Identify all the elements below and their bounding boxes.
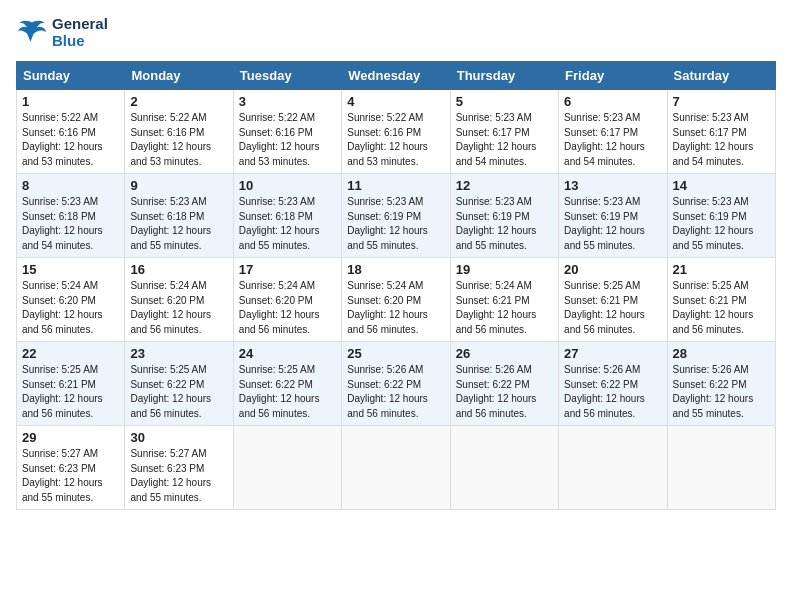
calendar-cell <box>667 426 775 510</box>
calendar-cell: 26Sunrise: 5:26 AMSunset: 6:22 PMDayligh… <box>450 342 558 426</box>
day-info: Sunrise: 5:23 AMSunset: 6:17 PMDaylight:… <box>456 111 553 169</box>
day-number: 22 <box>22 346 119 361</box>
day-info: Sunrise: 5:26 AMSunset: 6:22 PMDaylight:… <box>564 363 661 421</box>
calendar-cell <box>559 426 667 510</box>
day-number: 23 <box>130 346 227 361</box>
day-info: Sunrise: 5:26 AMSunset: 6:22 PMDaylight:… <box>456 363 553 421</box>
day-info: Sunrise: 5:25 AMSunset: 6:21 PMDaylight:… <box>22 363 119 421</box>
day-info: Sunrise: 5:26 AMSunset: 6:22 PMDaylight:… <box>347 363 444 421</box>
day-info: Sunrise: 5:23 AMSunset: 6:19 PMDaylight:… <box>673 195 770 253</box>
calendar-cell <box>233 426 341 510</box>
day-number: 1 <box>22 94 119 109</box>
day-number: 16 <box>130 262 227 277</box>
calendar-week-4: 22Sunrise: 5:25 AMSunset: 6:21 PMDayligh… <box>17 342 776 426</box>
logo: General Blue <box>16 16 108 49</box>
day-number: 28 <box>673 346 770 361</box>
calendar-cell: 10Sunrise: 5:23 AMSunset: 6:18 PMDayligh… <box>233 174 341 258</box>
day-number: 6 <box>564 94 661 109</box>
day-number: 8 <box>22 178 119 193</box>
col-header-saturday: Saturday <box>667 62 775 90</box>
day-info: Sunrise: 5:25 AMSunset: 6:21 PMDaylight:… <box>564 279 661 337</box>
day-number: 3 <box>239 94 336 109</box>
calendar-cell: 18Sunrise: 5:24 AMSunset: 6:20 PMDayligh… <box>342 258 450 342</box>
calendar-cell <box>342 426 450 510</box>
col-header-wednesday: Wednesday <box>342 62 450 90</box>
calendar-cell: 22Sunrise: 5:25 AMSunset: 6:21 PMDayligh… <box>17 342 125 426</box>
logo-icon <box>16 19 48 47</box>
day-info: Sunrise: 5:22 AMSunset: 6:16 PMDaylight:… <box>347 111 444 169</box>
day-info: Sunrise: 5:24 AMSunset: 6:20 PMDaylight:… <box>22 279 119 337</box>
day-number: 15 <box>22 262 119 277</box>
day-info: Sunrise: 5:23 AMSunset: 6:17 PMDaylight:… <box>564 111 661 169</box>
day-number: 7 <box>673 94 770 109</box>
day-info: Sunrise: 5:24 AMSunset: 6:21 PMDaylight:… <box>456 279 553 337</box>
day-info: Sunrise: 5:23 AMSunset: 6:19 PMDaylight:… <box>456 195 553 253</box>
calendar-cell: 21Sunrise: 5:25 AMSunset: 6:21 PMDayligh… <box>667 258 775 342</box>
day-number: 19 <box>456 262 553 277</box>
day-number: 5 <box>456 94 553 109</box>
day-number: 30 <box>130 430 227 445</box>
day-info: Sunrise: 5:24 AMSunset: 6:20 PMDaylight:… <box>130 279 227 337</box>
calendar-table: SundayMondayTuesdayWednesdayThursdayFrid… <box>16 61 776 510</box>
day-number: 2 <box>130 94 227 109</box>
calendar-week-5: 29Sunrise: 5:27 AMSunset: 6:23 PMDayligh… <box>17 426 776 510</box>
calendar-cell: 11Sunrise: 5:23 AMSunset: 6:19 PMDayligh… <box>342 174 450 258</box>
page-header: General Blue <box>16 16 776 49</box>
day-info: Sunrise: 5:25 AMSunset: 6:22 PMDaylight:… <box>130 363 227 421</box>
col-header-friday: Friday <box>559 62 667 90</box>
col-header-sunday: Sunday <box>17 62 125 90</box>
day-number: 26 <box>456 346 553 361</box>
calendar-cell: 29Sunrise: 5:27 AMSunset: 6:23 PMDayligh… <box>17 426 125 510</box>
calendar-cell: 16Sunrise: 5:24 AMSunset: 6:20 PMDayligh… <box>125 258 233 342</box>
day-number: 25 <box>347 346 444 361</box>
calendar-cell: 7Sunrise: 5:23 AMSunset: 6:17 PMDaylight… <box>667 90 775 174</box>
day-number: 14 <box>673 178 770 193</box>
day-info: Sunrise: 5:24 AMSunset: 6:20 PMDaylight:… <box>347 279 444 337</box>
day-number: 29 <box>22 430 119 445</box>
day-info: Sunrise: 5:23 AMSunset: 6:18 PMDaylight:… <box>22 195 119 253</box>
col-header-tuesday: Tuesday <box>233 62 341 90</box>
calendar-cell <box>450 426 558 510</box>
calendar-cell: 1Sunrise: 5:22 AMSunset: 6:16 PMDaylight… <box>17 90 125 174</box>
logo-text: General Blue <box>52 16 108 49</box>
day-info: Sunrise: 5:23 AMSunset: 6:18 PMDaylight:… <box>239 195 336 253</box>
calendar-cell: 2Sunrise: 5:22 AMSunset: 6:16 PMDaylight… <box>125 90 233 174</box>
calendar-cell: 12Sunrise: 5:23 AMSunset: 6:19 PMDayligh… <box>450 174 558 258</box>
day-info: Sunrise: 5:23 AMSunset: 6:19 PMDaylight:… <box>564 195 661 253</box>
day-number: 10 <box>239 178 336 193</box>
day-info: Sunrise: 5:27 AMSunset: 6:23 PMDaylight:… <box>22 447 119 505</box>
calendar-cell: 5Sunrise: 5:23 AMSunset: 6:17 PMDaylight… <box>450 90 558 174</box>
day-info: Sunrise: 5:23 AMSunset: 6:17 PMDaylight:… <box>673 111 770 169</box>
calendar-cell: 25Sunrise: 5:26 AMSunset: 6:22 PMDayligh… <box>342 342 450 426</box>
col-header-monday: Monday <box>125 62 233 90</box>
calendar-cell: 6Sunrise: 5:23 AMSunset: 6:17 PMDaylight… <box>559 90 667 174</box>
calendar-week-3: 15Sunrise: 5:24 AMSunset: 6:20 PMDayligh… <box>17 258 776 342</box>
calendar-cell: 19Sunrise: 5:24 AMSunset: 6:21 PMDayligh… <box>450 258 558 342</box>
day-info: Sunrise: 5:22 AMSunset: 6:16 PMDaylight:… <box>239 111 336 169</box>
calendar-cell: 8Sunrise: 5:23 AMSunset: 6:18 PMDaylight… <box>17 174 125 258</box>
day-number: 12 <box>456 178 553 193</box>
calendar-cell: 27Sunrise: 5:26 AMSunset: 6:22 PMDayligh… <box>559 342 667 426</box>
col-header-thursday: Thursday <box>450 62 558 90</box>
day-info: Sunrise: 5:22 AMSunset: 6:16 PMDaylight:… <box>130 111 227 169</box>
calendar-cell: 15Sunrise: 5:24 AMSunset: 6:20 PMDayligh… <box>17 258 125 342</box>
calendar-cell: 17Sunrise: 5:24 AMSunset: 6:20 PMDayligh… <box>233 258 341 342</box>
day-info: Sunrise: 5:25 AMSunset: 6:22 PMDaylight:… <box>239 363 336 421</box>
day-number: 13 <box>564 178 661 193</box>
calendar-cell: 23Sunrise: 5:25 AMSunset: 6:22 PMDayligh… <box>125 342 233 426</box>
day-number: 11 <box>347 178 444 193</box>
day-number: 17 <box>239 262 336 277</box>
calendar-week-1: 1Sunrise: 5:22 AMSunset: 6:16 PMDaylight… <box>17 90 776 174</box>
calendar-cell: 9Sunrise: 5:23 AMSunset: 6:18 PMDaylight… <box>125 174 233 258</box>
calendar-cell: 3Sunrise: 5:22 AMSunset: 6:16 PMDaylight… <box>233 90 341 174</box>
day-number: 21 <box>673 262 770 277</box>
day-info: Sunrise: 5:22 AMSunset: 6:16 PMDaylight:… <box>22 111 119 169</box>
day-number: 9 <box>130 178 227 193</box>
calendar-cell: 14Sunrise: 5:23 AMSunset: 6:19 PMDayligh… <box>667 174 775 258</box>
calendar-cell: 4Sunrise: 5:22 AMSunset: 6:16 PMDaylight… <box>342 90 450 174</box>
day-info: Sunrise: 5:25 AMSunset: 6:21 PMDaylight:… <box>673 279 770 337</box>
calendar-cell: 20Sunrise: 5:25 AMSunset: 6:21 PMDayligh… <box>559 258 667 342</box>
day-info: Sunrise: 5:27 AMSunset: 6:23 PMDaylight:… <box>130 447 227 505</box>
calendar-week-2: 8Sunrise: 5:23 AMSunset: 6:18 PMDaylight… <box>17 174 776 258</box>
day-info: Sunrise: 5:23 AMSunset: 6:18 PMDaylight:… <box>130 195 227 253</box>
